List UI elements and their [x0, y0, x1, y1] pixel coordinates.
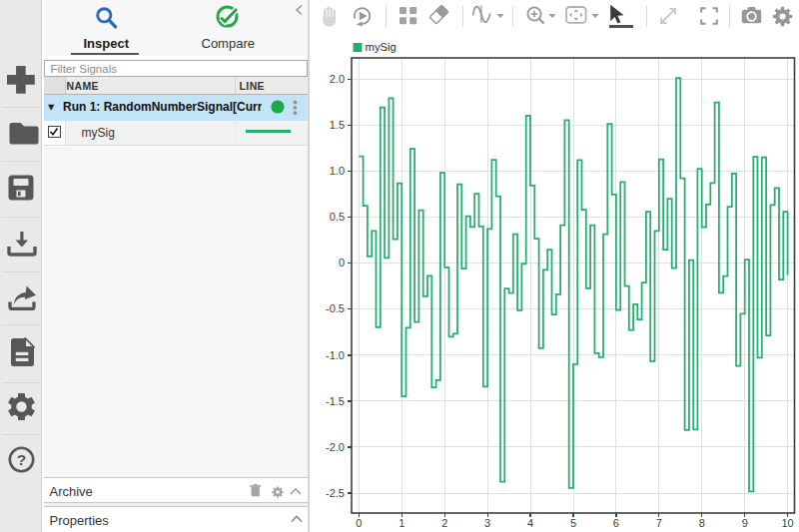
svg-text:8: 8 [699, 517, 705, 529]
svg-text:-1.5: -1.5 [326, 395, 345, 407]
svg-text:?: ? [16, 451, 25, 468]
svg-text:mySig: mySig [366, 41, 397, 53]
svg-text:0: 0 [339, 257, 345, 268]
svg-text:4: 4 [527, 517, 533, 529]
svg-text:1: 1 [399, 517, 404, 529]
svg-text:0.5: 0.5 [330, 211, 345, 223]
svg-text:7: 7 [656, 517, 662, 529]
svg-text:2: 2 [441, 517, 447, 529]
svg-text:6: 6 [613, 517, 619, 529]
svg-text:-1.0: -1.0 [326, 349, 345, 361]
svg-text:1.0: 1.0 [330, 165, 345, 177]
svg-text:-2.5: -2.5 [326, 487, 345, 499]
svg-text:9: 9 [742, 517, 748, 529]
svg-text:-0.5: -0.5 [326, 302, 345, 314]
svg-text:3: 3 [484, 517, 490, 529]
svg-text:1.5: 1.5 [330, 119, 345, 131]
svg-text:5: 5 [570, 517, 576, 529]
svg-text:2.0: 2.0 [330, 73, 345, 85]
svg-text:-2.0: -2.0 [326, 441, 345, 453]
svg-text:10: 10 [781, 517, 793, 529]
svg-text:0: 0 [356, 517, 362, 529]
